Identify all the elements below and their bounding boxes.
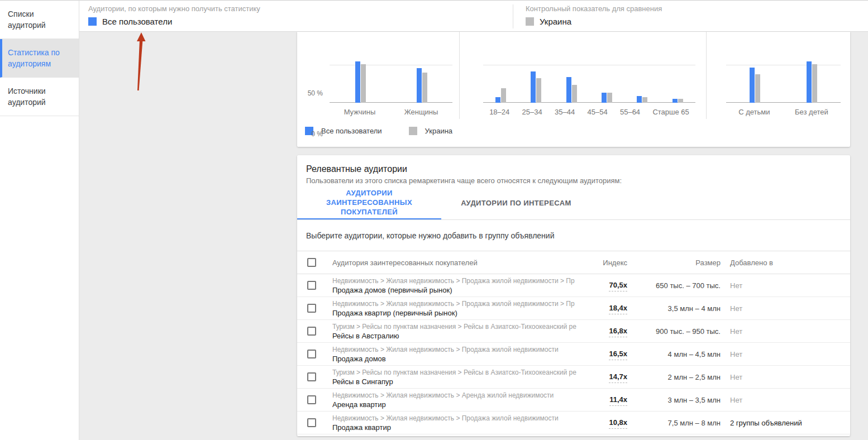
index-value[interactable]: 11,4x [609, 395, 627, 406]
legend-swatch-icon [409, 127, 417, 135]
audience-tabs: АУДИТОРИИ ЗАИНТЕРЕСОВАННЫХ ПОКУПАТЕЛЕЙАУ… [297, 186, 850, 220]
column-header-size[interactable]: Размер [627, 259, 721, 267]
red-annotation-arrow-icon [133, 32, 148, 92]
row-checkbox[interactable] [307, 304, 316, 313]
row-checkbox[interactable] [307, 418, 316, 427]
added-to-value: Нет [721, 396, 850, 404]
audience-name: Продажа квартир [332, 423, 586, 432]
bar-gender-0-users [355, 61, 360, 103]
sidebar: Списки аудиторийСтатистика по аудиториям… [0, 0, 79, 440]
blue-swatch-icon [88, 17, 97, 26]
bar-gender-0-benchmark [361, 64, 366, 103]
card-title: Релевантные аудитории [306, 164, 841, 174]
column-header-audience[interactable]: Аудитория заинтересованных покупателей [332, 259, 586, 267]
legend-item: Украина [409, 127, 453, 135]
table-row: Недвижимость > Жилая недвижимость > Прод… [297, 412, 850, 434]
category-label: Без детей [795, 103, 828, 119]
audience-size: 900 тыс. – 950 тыс. [627, 327, 721, 336]
category-label: 25–34 [522, 103, 542, 119]
relevant-audiences-card: Релевантные аудитории Пользователи из эт… [297, 155, 850, 436]
bar-age-5-users [673, 99, 678, 103]
bar-children-0-users [750, 68, 755, 103]
card-subtitle: Пользователи из этого списка ремаркетинг… [306, 176, 841, 185]
bar-age-1-benchmark [536, 78, 541, 103]
index-value[interactable]: 16,5x [609, 350, 627, 360]
select-audiences-prompt: Выберите аудитории, которые нужно добави… [297, 220, 850, 251]
legend-label: Все пользователи [321, 127, 382, 135]
category-label: С детьми [738, 103, 770, 119]
benchmark-selector-label: Контрольный показатель для сравнения [526, 4, 662, 13]
sidebar-item-0[interactable]: Списки аудиторий [0, 1, 79, 39]
audience-size: 2 млн – 2,5 млн [627, 373, 721, 381]
audience-size: 4 млн – 4,5 млн [627, 350, 721, 358]
bar-age-4-users [637, 96, 642, 103]
top-header-bar: Аудитории, по которым нужно получить ста… [79, 0, 868, 32]
category-label: Женщины [404, 103, 438, 119]
select-all-checkbox[interactable] [307, 258, 316, 267]
column-header-added[interactable]: Добавлено в [721, 259, 850, 267]
gender-bar-chart: 50 %0 %МужчиныЖенщины [297, 32, 459, 119]
children-bar-chart: С детьмиБез детей [706, 32, 850, 119]
sidebar-item-1-selected[interactable]: Статистика по аудиториям [0, 39, 79, 78]
audience-table-header: Аудитория заинтересованных покупателей И… [297, 251, 850, 274]
gray-swatch-icon [526, 17, 534, 26]
bar-children-1-benchmark [812, 64, 817, 103]
bar-age-1-users [531, 71, 536, 103]
chart-divider [706, 32, 707, 119]
bar-age-5-benchmark [678, 99, 683, 103]
added-to-value: Нет [721, 304, 850, 313]
added-to-value: Нет [721, 373, 850, 381]
row-checkbox[interactable] [307, 327, 316, 336]
bar-age-3-users [602, 93, 607, 103]
row-checkbox[interactable] [307, 350, 316, 358]
age-bar-chart: 18–2425–3435–4445–5455–64Старше 65 [459, 32, 706, 119]
added-to-value: 2 группы объявлений [721, 419, 850, 427]
sidebar-item-2[interactable]: Источники аудиторий [0, 78, 79, 116]
column-header-index[interactable]: Индекс [586, 259, 627, 267]
row-checkbox[interactable] [307, 281, 316, 290]
index-value[interactable]: 70,5x [609, 281, 627, 291]
legend-label: Украина [425, 127, 453, 135]
tab-affinity-audiences[interactable]: АУДИТОРИИ ПО ИНТЕРЕСАМ [441, 186, 591, 219]
audience-category-path: Недвижимость > Жилая недвижимость > Прод… [332, 277, 586, 285]
index-value[interactable]: 16,8x [609, 327, 627, 337]
row-checkbox[interactable] [307, 395, 316, 404]
audience-category-path: Недвижимость > Жилая недвижимость > Прод… [332, 300, 586, 308]
table-row: Недвижимость > Жилая недвижимость > Прод… [297, 297, 850, 320]
bar-age-3-benchmark [607, 93, 612, 103]
bar-age-0-benchmark [501, 88, 506, 103]
audience-selector-label: Аудитории, по которым нужно получить ста… [88, 4, 260, 13]
added-to-value: Нет [721, 350, 850, 358]
category-label: 35–44 [555, 103, 575, 119]
added-to-value: Нет [721, 327, 850, 336]
statistics-audience-selector[interactable]: Аудитории, по которым нужно получить ста… [88, 1, 260, 31]
index-value[interactable]: 18,4x [609, 304, 627, 314]
audience-size: 3,5 млн – 4 млн [627, 304, 721, 313]
bar-gender-1-benchmark [422, 73, 427, 103]
bar-children-0-benchmark [755, 74, 760, 103]
tab-in-market-audiences[interactable]: АУДИТОРИИ ЗАИНТЕРЕСОВАННЫХ ПОКУПАТЕЛЕЙ [297, 186, 441, 219]
table-row: Туризм > Рейсы по пунктам назначения > Р… [297, 320, 850, 343]
category-label: Старше 65 [652, 103, 689, 119]
audience-name: Продажа домов [332, 355, 586, 363]
index-value[interactable]: 14,7x [609, 372, 627, 383]
row-checkbox[interactable] [307, 372, 316, 381]
audience-category-path: Недвижимость > Жилая недвижимость > Арен… [332, 391, 586, 399]
audience-size: 650 тыс. – 700 тыс. [627, 281, 721, 290]
audience-selector-value: Все пользователи [102, 17, 172, 26]
table-row: Недвижимость > Жилая недвижимость > Прод… [297, 343, 850, 366]
audience-category-path: Недвижимость > Жилая недвижимость > Прод… [332, 346, 586, 353]
table-row: Туризм > Рейсы по пунктам назначения > Р… [297, 366, 850, 389]
bar-age-0-users [495, 97, 500, 103]
added-to-value: Нет [721, 281, 850, 290]
audience-table-body: Недвижимость > Жилая недвижимость > Прод… [297, 274, 850, 434]
benchmark-selector[interactable]: Контрольный показатель для сравнения Укр… [526, 1, 662, 31]
bar-age-2-benchmark [572, 85, 577, 103]
audience-category-path: Туризм > Рейсы по пунктам назначения > Р… [332, 323, 586, 331]
table-row: Недвижимость > Жилая недвижимость > Прод… [297, 274, 850, 297]
chart-divider [459, 32, 460, 119]
bar-gender-1-users [417, 68, 422, 103]
index-value[interactable]: 10,8x [609, 418, 627, 429]
category-label: 45–54 [588, 103, 608, 119]
header-divider [513, 4, 513, 28]
